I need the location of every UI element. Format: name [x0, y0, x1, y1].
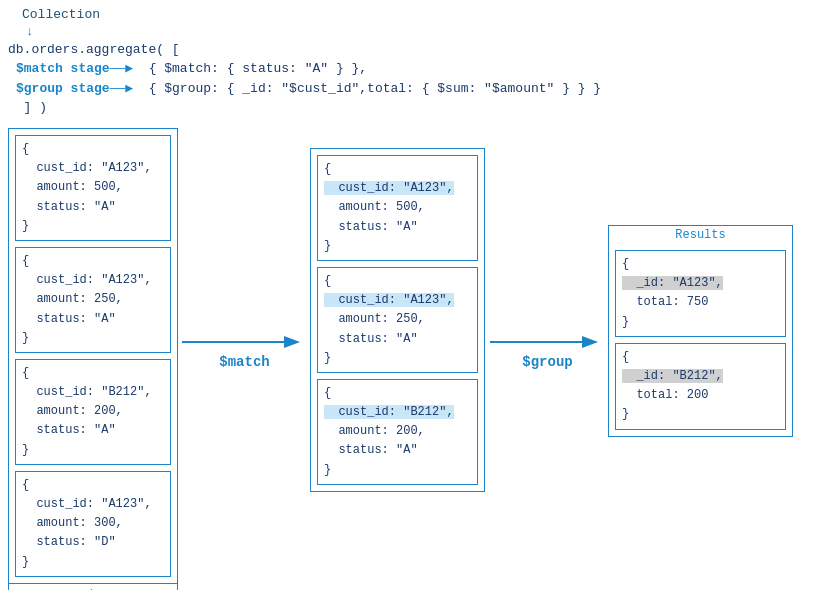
code-close: ] ) — [8, 98, 812, 118]
arrow-down-icon: ↓ — [26, 24, 34, 39]
group-arrow-svg — [490, 330, 605, 354]
page: Collection ↓ db.orders.aggregate( [ $mat… — [0, 0, 820, 590]
collection-box: { cust_id: "A123", amount: 500, status: … — [8, 128, 178, 590]
match-stage-arrow: ——▶ — [110, 59, 133, 79]
group-code: { $group: { _id: "$cust_id",total: { $su… — [133, 79, 601, 99]
result-doc-2: { _id: "B212", total: 200 } — [615, 343, 786, 430]
group-stage-arrow: ——▶ — [110, 79, 133, 99]
code-area: Collection ↓ db.orders.aggregate( [ $mat… — [8, 6, 812, 118]
match-code: { $match: { status: "A" } }, — [133, 59, 367, 79]
results-box: Results { _id: "A123", total: 750 } { _i… — [608, 225, 793, 437]
code-line1: db.orders.aggregate( [ — [8, 40, 812, 60]
group-arrow-container: $group — [490, 330, 605, 370]
group-arrow-label: $group — [522, 354, 572, 370]
match-arrow-svg — [182, 330, 307, 354]
doc-card-1: { cust_id: "A123", amount: 500, status: … — [15, 135, 171, 241]
after-match-doc-3: { cust_id: "B212", amount: 200, status: … — [317, 379, 478, 485]
highlight-cust2: cust_id: "A123", — [324, 293, 454, 307]
after-match-doc-1: { cust_id: "A123", amount: 500, status: … — [317, 155, 478, 261]
collection-title: orders — [9, 583, 177, 590]
match-stage-label: $match stage — [16, 59, 110, 79]
group-stage-label: $group stage — [16, 79, 110, 99]
collection-label: Collection — [22, 7, 100, 22]
doc-card-2: { cust_id: "A123", amount: 250, status: … — [15, 247, 171, 353]
result-doc-1: { _id: "A123", total: 750 } — [615, 250, 786, 337]
match-arrow-container: $match — [182, 330, 307, 370]
result-id2: _id: "B212", — [622, 369, 723, 383]
highlight-cust3: cust_id: "B212", — [324, 405, 454, 419]
highlight-cust1: cust_id: "A123", — [324, 181, 454, 195]
results-title: Results — [609, 226, 792, 244]
after-match-box: { cust_id: "A123", amount: 500, status: … — [310, 148, 485, 492]
doc-card-3: { cust_id: "B212", amount: 200, status: … — [15, 359, 171, 465]
result-id1: _id: "A123", — [622, 276, 723, 290]
after-match-doc-2: { cust_id: "A123", amount: 250, status: … — [317, 267, 478, 373]
match-arrow-label: $match — [219, 354, 269, 370]
doc-card-4: { cust_id: "A123", amount: 300, status: … — [15, 471, 171, 577]
